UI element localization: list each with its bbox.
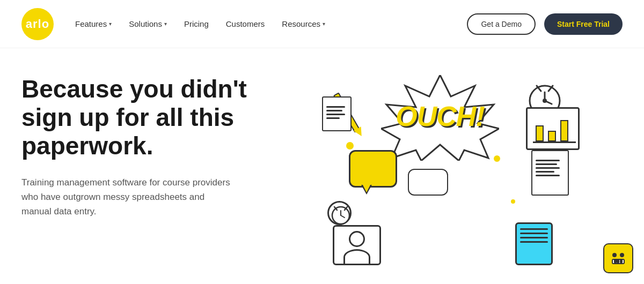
nav-actions: Get a Demo Start Free Trial (467, 13, 623, 35)
speech-bubble-icon (349, 150, 397, 188)
hero-subtitle: Training management software for course … (21, 175, 236, 219)
chatbot-tooth (614, 259, 617, 263)
hero-section: Because you didn't sign up for all this … (0, 48, 644, 284)
start-trial-button[interactable]: Start Free Trial (544, 13, 623, 35)
tablet-icon (515, 222, 553, 265)
chatbot-mouth (612, 259, 625, 264)
nav-customers[interactable]: Customers (226, 19, 265, 28)
whiteboard-icon (526, 107, 580, 150)
ouch-text: OUCH! (396, 100, 484, 132)
get-demo-button[interactable]: Get a Demo (467, 13, 535, 35)
chevron-down-icon: ▾ (164, 21, 167, 27)
person-monitor-icon (333, 225, 381, 265)
document-icon-2 (531, 150, 569, 196)
logo-text: arlo (26, 17, 49, 31)
chevron-down-icon: ▾ (109, 21, 112, 27)
dot-decoration (346, 142, 354, 150)
ouch-burst: OUCH! (381, 75, 499, 161)
chatbot-tooth (620, 259, 623, 263)
hero-illustration: OUCH! (279, 48, 623, 284)
illustration-container: OUCH! (317, 64, 585, 268)
nav-solutions[interactable]: Solutions ▾ (129, 19, 167, 28)
dot-decoration (494, 155, 500, 162)
nav-features[interactable]: Features ▾ (75, 19, 112, 28)
nav-resources[interactable]: Resources ▾ (282, 19, 325, 28)
svg-point-6 (543, 99, 547, 103)
person-head (349, 231, 365, 247)
chatbot-tooth (617, 259, 619, 263)
alarm-clock-icon (327, 201, 352, 225)
chat-bubble-icon (408, 169, 448, 196)
navbar: arlo Features ▾ Solutions ▾ Pricing Cust… (0, 0, 644, 48)
chatbot-eyes (612, 253, 624, 257)
document-icon (322, 96, 352, 131)
hero-title: Because you didn't sign up for all this … (21, 75, 279, 160)
hero-content: Because you didn't sign up for all this … (21, 48, 279, 219)
chatbot-eye-right (620, 253, 624, 257)
chatbot-widget[interactable] (603, 243, 633, 273)
chatbot-eye-left (612, 253, 617, 257)
chevron-down-icon: ▾ (323, 21, 325, 27)
dot-decoration (511, 199, 515, 204)
logo[interactable]: arlo (21, 8, 54, 40)
nav-links: Features ▾ Solutions ▾ Pricing Customers… (75, 19, 467, 28)
nav-pricing[interactable]: Pricing (184, 19, 209, 28)
person-body (343, 249, 370, 265)
